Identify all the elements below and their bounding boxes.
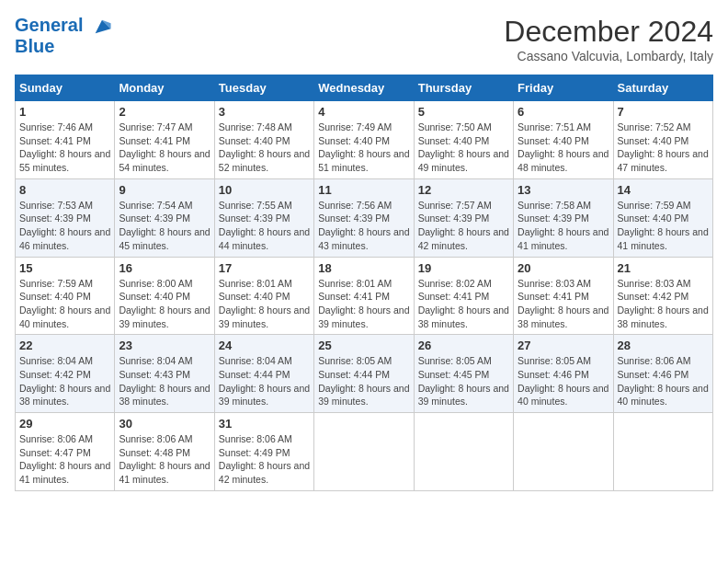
day-number: 25 xyxy=(318,339,409,352)
calendar-day-cell: 31Sunrise: 8:06 AMSunset: 4:49 PMDayligh… xyxy=(214,413,313,491)
calendar-day-cell: 22Sunrise: 8:04 AMSunset: 4:42 PMDayligh… xyxy=(16,335,115,413)
day-number: 9 xyxy=(119,183,210,197)
day-number: 20 xyxy=(518,261,609,275)
empty-cell xyxy=(514,413,613,491)
calendar-day-cell: 7Sunrise: 7:52 AMSunset: 4:40 PMDaylight… xyxy=(613,101,712,179)
calendar-day-cell: 2Sunrise: 7:47 AMSunset: 4:41 PMDaylight… xyxy=(115,101,214,179)
day-info: Sunrise: 8:06 AMSunset: 4:49 PMDaylight:… xyxy=(219,432,310,487)
location-subtitle: Cassano Valcuvia, Lombardy, Italy xyxy=(504,49,713,63)
day-number: 24 xyxy=(219,339,310,352)
day-number: 11 xyxy=(318,183,409,197)
column-header-saturday: Saturday xyxy=(613,75,712,101)
day-info: Sunrise: 7:50 AMSunset: 4:40 PMDaylight:… xyxy=(418,121,509,175)
day-info: Sunrise: 8:01 AMSunset: 4:41 PMDaylight:… xyxy=(318,277,409,331)
calendar-day-cell: 18Sunrise: 8:01 AMSunset: 4:41 PMDayligh… xyxy=(314,257,414,335)
day-info: Sunrise: 8:03 AMSunset: 4:42 PMDaylight:… xyxy=(618,277,709,331)
calendar-day-cell: 3Sunrise: 7:48 AMSunset: 4:40 PMDaylight… xyxy=(214,101,313,179)
calendar-day-cell: 1Sunrise: 7:46 AMSunset: 4:41 PMDaylight… xyxy=(16,101,115,179)
logo-text: General xyxy=(15,15,112,37)
column-header-friday: Friday xyxy=(514,75,613,101)
logo-line2: Blue xyxy=(15,37,112,55)
day-number: 28 xyxy=(618,339,709,352)
day-number: 6 xyxy=(518,105,609,119)
day-number: 14 xyxy=(618,183,709,197)
day-info: Sunrise: 7:53 AMSunset: 4:39 PMDaylight:… xyxy=(19,199,110,253)
day-number: 30 xyxy=(119,417,210,431)
day-info: Sunrise: 7:48 AMSunset: 4:40 PMDaylight:… xyxy=(219,121,310,175)
calendar-day-cell: 20Sunrise: 8:03 AMSunset: 4:41 PMDayligh… xyxy=(514,257,613,335)
calendar-day-cell: 25Sunrise: 8:05 AMSunset: 4:44 PMDayligh… xyxy=(314,335,414,413)
day-number: 4 xyxy=(318,105,409,119)
calendar-day-cell: 13Sunrise: 7:58 AMSunset: 4:39 PMDayligh… xyxy=(514,178,613,257)
calendar-day-cell: 24Sunrise: 8:04 AMSunset: 4:44 PMDayligh… xyxy=(214,335,313,413)
calendar-day-cell: 11Sunrise: 7:56 AMSunset: 4:39 PMDayligh… xyxy=(314,178,414,257)
calendar-day-cell: 21Sunrise: 8:03 AMSunset: 4:42 PMDayligh… xyxy=(613,257,712,335)
calendar-day-cell: 23Sunrise: 8:04 AMSunset: 4:43 PMDayligh… xyxy=(115,335,214,413)
day-info: Sunrise: 8:06 AMSunset: 4:48 PMDaylight:… xyxy=(119,432,210,487)
calendar-day-cell: 8Sunrise: 7:53 AMSunset: 4:39 PMDaylight… xyxy=(16,178,115,257)
month-title: December 2024 xyxy=(504,15,713,49)
calendar-day-cell: 5Sunrise: 7:50 AMSunset: 4:40 PMDaylight… xyxy=(414,101,513,179)
calendar-day-cell: 12Sunrise: 7:57 AMSunset: 4:39 PMDayligh… xyxy=(414,178,513,257)
day-info: Sunrise: 7:55 AMSunset: 4:39 PMDaylight:… xyxy=(219,199,310,253)
calendar-week-row: 22Sunrise: 8:04 AMSunset: 4:42 PMDayligh… xyxy=(16,335,713,413)
day-number: 16 xyxy=(119,261,210,275)
calendar-day-cell: 16Sunrise: 8:00 AMSunset: 4:40 PMDayligh… xyxy=(115,257,214,335)
day-number: 3 xyxy=(219,105,310,119)
calendar-day-cell: 15Sunrise: 7:59 AMSunset: 4:40 PMDayligh… xyxy=(16,257,115,335)
column-header-thursday: Thursday xyxy=(414,75,513,101)
day-info: Sunrise: 8:01 AMSunset: 4:40 PMDaylight:… xyxy=(219,277,310,331)
logo: General Blue xyxy=(15,15,112,55)
day-number: 19 xyxy=(418,261,509,275)
day-number: 12 xyxy=(418,183,509,197)
day-number: 21 xyxy=(618,261,709,275)
day-number: 7 xyxy=(618,105,709,119)
logo-icon xyxy=(92,17,112,37)
calendar-week-row: 1Sunrise: 7:46 AMSunset: 4:41 PMDaylight… xyxy=(16,101,713,179)
day-number: 10 xyxy=(219,183,310,197)
day-number: 26 xyxy=(418,339,509,352)
day-info: Sunrise: 7:51 AMSunset: 4:40 PMDaylight:… xyxy=(518,121,609,175)
calendar-table: SundayMondayTuesdayWednesdayThursdayFrid… xyxy=(15,75,713,491)
day-info: Sunrise: 7:56 AMSunset: 4:39 PMDaylight:… xyxy=(318,199,409,253)
day-number: 13 xyxy=(518,183,609,197)
day-info: Sunrise: 7:54 AMSunset: 4:39 PMDaylight:… xyxy=(119,199,210,253)
day-info: Sunrise: 7:47 AMSunset: 4:41 PMDaylight:… xyxy=(119,121,210,175)
empty-cell xyxy=(613,413,712,491)
day-number: 15 xyxy=(19,261,110,275)
calendar-week-row: 8Sunrise: 7:53 AMSunset: 4:39 PMDaylight… xyxy=(16,178,713,257)
day-info: Sunrise: 7:58 AMSunset: 4:39 PMDaylight:… xyxy=(518,199,609,253)
calendar-day-cell: 6Sunrise: 7:51 AMSunset: 4:40 PMDaylight… xyxy=(514,101,613,179)
calendar-day-cell: 17Sunrise: 8:01 AMSunset: 4:40 PMDayligh… xyxy=(214,257,313,335)
day-info: Sunrise: 8:04 AMSunset: 4:43 PMDaylight:… xyxy=(119,354,210,408)
day-info: Sunrise: 7:49 AMSunset: 4:40 PMDaylight:… xyxy=(318,121,409,175)
calendar-header-row: SundayMondayTuesdayWednesdayThursdayFrid… xyxy=(16,75,713,101)
calendar-week-row: 29Sunrise: 8:06 AMSunset: 4:47 PMDayligh… xyxy=(16,413,713,491)
empty-cell xyxy=(414,413,513,491)
day-info: Sunrise: 7:52 AMSunset: 4:40 PMDaylight:… xyxy=(618,121,709,175)
column-header-tuesday: Tuesday xyxy=(214,75,313,101)
day-number: 23 xyxy=(119,339,210,352)
day-info: Sunrise: 8:04 AMSunset: 4:44 PMDaylight:… xyxy=(219,354,310,408)
calendar-day-cell: 26Sunrise: 8:05 AMSunset: 4:45 PMDayligh… xyxy=(414,335,513,413)
title-block: December 2024 Cassano Valcuvia, Lombardy… xyxy=(504,15,713,63)
day-info: Sunrise: 7:59 AMSunset: 4:40 PMDaylight:… xyxy=(618,199,709,253)
day-info: Sunrise: 7:46 AMSunset: 4:41 PMDaylight:… xyxy=(19,121,110,175)
calendar-day-cell: 19Sunrise: 8:02 AMSunset: 4:41 PMDayligh… xyxy=(414,257,513,335)
day-info: Sunrise: 8:05 AMSunset: 4:46 PMDaylight:… xyxy=(518,354,609,408)
day-info: Sunrise: 7:57 AMSunset: 4:39 PMDaylight:… xyxy=(418,199,509,253)
day-info: Sunrise: 8:06 AMSunset: 4:46 PMDaylight:… xyxy=(618,354,709,408)
day-number: 29 xyxy=(19,417,110,431)
calendar-day-cell: 4Sunrise: 7:49 AMSunset: 4:40 PMDaylight… xyxy=(314,101,414,179)
day-number: 18 xyxy=(318,261,409,275)
page-header: General Blue December 2024 Cassano Valcu… xyxy=(15,15,713,63)
day-info: Sunrise: 8:02 AMSunset: 4:41 PMDaylight:… xyxy=(418,277,509,331)
empty-cell xyxy=(314,413,414,491)
calendar-day-cell: 30Sunrise: 8:06 AMSunset: 4:48 PMDayligh… xyxy=(115,413,214,491)
calendar-day-cell: 10Sunrise: 7:55 AMSunset: 4:39 PMDayligh… xyxy=(214,178,313,257)
column-header-monday: Monday xyxy=(115,75,214,101)
day-number: 17 xyxy=(219,261,310,275)
day-number: 5 xyxy=(418,105,509,119)
calendar-day-cell: 29Sunrise: 8:06 AMSunset: 4:47 PMDayligh… xyxy=(16,413,115,491)
day-info: Sunrise: 8:03 AMSunset: 4:41 PMDaylight:… xyxy=(518,277,609,331)
